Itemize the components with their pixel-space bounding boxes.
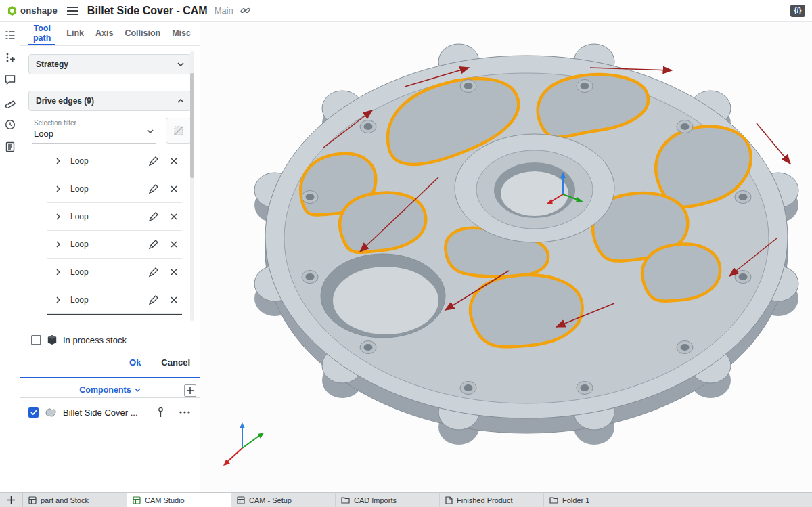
cancel-button[interactable]: Cancel [161, 357, 190, 368]
remove-icon[interactable] [168, 239, 179, 250]
drive-edges-list: Loop Loop Loop Lo [47, 148, 182, 315]
doc-tab-label: CAD Imports [354, 496, 397, 504]
remove-icon[interactable] [168, 211, 179, 222]
drive-edges-section-header[interactable]: Drive edges (9) [28, 91, 191, 111]
top-bar: onshape Billet Side Cover - CAM Main {/} [0, 0, 812, 22]
pen-icon[interactable] [147, 265, 160, 279]
tab-misc[interactable]: Misc [171, 22, 191, 45]
loop-row: Loop [47, 203, 182, 231]
drive-edge-loop [470, 275, 582, 347]
studio-icon [28, 496, 37, 504]
notes-icon[interactable] [1, 139, 19, 155]
stock-icon [47, 334, 58, 345]
chevron-right-icon[interactable] [47, 269, 65, 275]
add-component-button[interactable] [184, 384, 196, 397]
tab-axis[interactable]: Axis [95, 22, 114, 45]
strategy-label: Strategy [36, 60, 68, 69]
loop-label: Loop [65, 212, 147, 221]
clear-selection-button[interactable] [166, 118, 191, 144]
remove-icon[interactable] [168, 183, 179, 194]
doc-tab-cam-studio[interactable]: CAM Studio [127, 493, 231, 507]
left-toolbar [0, 22, 20, 492]
doc-tab-label: Finished Product [457, 496, 513, 504]
doc-tab-label: Folder 1 [562, 496, 589, 504]
loop-label: Loop [65, 240, 147, 249]
add-tab-icon[interactable] [0, 493, 23, 507]
loop-row: Loop [47, 148, 182, 175]
scrollbar-thumb[interactable] [190, 73, 194, 178]
plus-icon [187, 387, 194, 394]
doc-tab-label: CAM Studio [145, 496, 185, 504]
studio-icon [237, 496, 245, 504]
loop-row: Loop [47, 259, 182, 286]
insert-icon[interactable] [1, 49, 19, 66]
pen-icon[interactable] [147, 238, 160, 251]
workspace-label: Main [215, 5, 233, 16]
overflow-menu-icon[interactable] [178, 410, 191, 415]
folder-icon [341, 496, 350, 504]
chevron-right-icon[interactable] [47, 185, 65, 192]
pin-icon[interactable] [156, 405, 165, 419]
doc-tab-folder-1[interactable]: Folder 1 [544, 493, 648, 507]
strategy-section-header[interactable]: Strategy [28, 54, 191, 74]
history-icon[interactable] [1, 116, 19, 133]
dialog-tabs: Tool path Link Axis Collision Misc [20, 22, 200, 46]
central-boss[interactable] [455, 134, 614, 242]
in-process-stock-row[interactable]: In process stock [31, 334, 189, 345]
components-toggle[interactable]: Components [79, 385, 140, 395]
pen-icon[interactable] [147, 182, 160, 196]
selection-filter-value: Loop [34, 129, 155, 139]
tab-tool-path[interactable]: Tool path [28, 22, 55, 45]
selection-filter-select[interactable]: Selection filter Loop [32, 118, 156, 144]
dialog-actions: Ok Cancel [30, 357, 190, 368]
onshape-logo[interactable]: onshape [7, 5, 58, 16]
share-link-icon[interactable] [240, 5, 250, 16]
chevron-down-icon [177, 62, 184, 66]
component-checkbox[interactable] [28, 407, 39, 418]
pen-icon[interactable] [147, 293, 160, 307]
features-list-icon[interactable] [1, 27, 19, 43]
panel-scrollbar[interactable] [190, 51, 194, 321]
doc-tab-cam-setup[interactable]: CAM - Setup [231, 493, 336, 507]
toolpath-dialog: Tool path Link Axis Collision Misc Strat… [20, 22, 200, 492]
loop-label: Loop [65, 267, 147, 277]
chevron-up-icon [177, 99, 184, 103]
measure-icon[interactable] [1, 94, 19, 110]
folder-icon [549, 496, 558, 504]
ok-button[interactable]: Ok [129, 357, 141, 368]
loop-label: Loop [65, 156, 147, 166]
chevron-right-icon[interactable] [47, 213, 65, 220]
tab-collision[interactable]: Collision [124, 22, 161, 45]
featurescript-icon[interactable]: {/} [790, 5, 805, 17]
app-window: onshape Billet Side Cover - CAM Main {/} [0, 0, 812, 507]
doc-tab-label: part and Stock [41, 496, 89, 504]
chevron-right-icon[interactable] [47, 296, 65, 303]
loop-row: Loop [47, 231, 182, 259]
doc-tab-part-and-stock[interactable]: part and Stock [23, 493, 127, 507]
viewport-3d[interactable] [200, 22, 812, 492]
remove-icon[interactable] [168, 267, 179, 278]
in-process-stock-checkbox[interactable] [31, 335, 41, 345]
component-item[interactable]: Billet Side Cover ... [20, 398, 200, 426]
chevron-right-icon[interactable] [47, 241, 65, 248]
model-canvas[interactable] [200, 22, 812, 492]
doc-tab-label: CAM - Setup [249, 496, 292, 504]
chevron-right-icon[interactable] [47, 158, 65, 164]
components-header: Components [20, 382, 200, 398]
loop-row: Loop [47, 286, 182, 314]
onshape-logo-text: onshape [20, 5, 58, 16]
pen-icon[interactable] [147, 154, 160, 168]
document-tab-bar: part and Stock CAM Studio CAM - Setup CA… [0, 492, 812, 507]
doc-tab-cad-imports[interactable]: CAD Imports [336, 493, 440, 507]
pen-icon[interactable] [147, 210, 160, 223]
remove-icon[interactable] [168, 156, 179, 167]
chevron-down-icon [147, 124, 154, 136]
large-bore[interactable] [321, 254, 445, 338]
main-menu-icon[interactable] [64, 5, 81, 16]
doc-tab-finished-product[interactable]: Finished Product [440, 493, 544, 507]
remove-icon[interactable] [168, 294, 179, 305]
comment-icon[interactable] [1, 72, 19, 88]
tab-link[interactable]: Link [66, 22, 85, 45]
drive-edge-loop [642, 244, 720, 301]
selection-filter-label: Selection filter [34, 119, 155, 127]
